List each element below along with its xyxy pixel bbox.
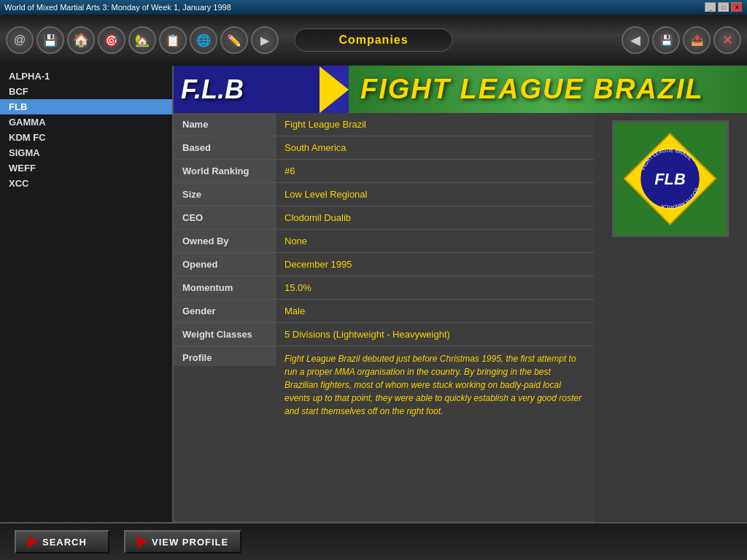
profile-label: Profile xyxy=(174,346,276,366)
opened-row: Opened December 1995 xyxy=(174,253,594,276)
minimize-button[interactable]: _ xyxy=(705,2,716,12)
momentum-value: 15.0% xyxy=(276,276,594,299)
window-title: World of Mixed Martial Arts 3: Monday of… xyxy=(4,3,705,12)
sidebar-item-weff[interactable]: WEFF xyxy=(0,160,172,176)
profile-row: Profile Fight League Brazil debuted just… xyxy=(174,346,594,522)
back-button[interactable]: ◀ xyxy=(622,26,649,54)
svg-text:FLB: FLB xyxy=(654,169,685,187)
weight-value: 5 Divisions (Lightweight - Heavyweight) xyxy=(276,323,594,346)
search-button[interactable]: SEARCH xyxy=(15,530,109,553)
play-icon[interactable]: ▶ xyxy=(251,26,279,54)
gender-row: Gender Male xyxy=(174,300,594,323)
view-profile-btn-icon xyxy=(137,536,147,548)
sidebar-item-alpha1[interactable]: ALPHA-1 xyxy=(0,69,172,84)
globe-icon[interactable]: 🌐 xyxy=(190,26,217,54)
view-profile-button[interactable]: VIEW PROFILE xyxy=(124,530,241,553)
main-content: ALPHA-1 BCF FLB GAMMA KDM FC SIGMA WEFF … xyxy=(0,66,747,522)
ranking-value: #6 xyxy=(276,160,594,182)
size-value: Low Level Regional xyxy=(276,183,594,206)
ceo-label: CEO xyxy=(174,206,276,229)
house-icon[interactable]: 🏡 xyxy=(128,26,156,54)
opened-value: December 1995 xyxy=(276,253,594,276)
toolbar-icons: @ 💾 🏠 🎯 🏡 📋 🌐 ✏️ ▶ xyxy=(6,26,279,54)
owned-label: Owned By xyxy=(174,230,276,252)
sidebar-item-kdmfc[interactable]: KDM FC xyxy=(0,130,172,145)
name-row: Name Fight League Brazil xyxy=(174,113,594,136)
opened-label: Opened xyxy=(174,253,276,276)
sidebar-item-sigma[interactable]: SIGMA xyxy=(0,145,172,160)
save-icon[interactable]: 💾 xyxy=(36,26,64,54)
ceo-row: CEO Clodomil Dualib xyxy=(174,206,594,230)
owned-row: Owned By None xyxy=(174,230,594,253)
momentum-label: Momentum xyxy=(174,276,276,299)
momentum-row: Momentum 15.0% xyxy=(174,276,594,300)
ranking-row: World Ranking #6 xyxy=(174,160,594,183)
sidebar: ALPHA-1 BCF FLB GAMMA KDM FC SIGMA WEFF … xyxy=(0,66,174,522)
mail-icon[interactable]: @ xyxy=(6,26,34,54)
title-bar: World of Mixed Martial Arts 3: Monday of… xyxy=(0,0,747,15)
right-nav: ◀ 💾 📤 ✕ xyxy=(622,26,741,54)
size-row: Size Low Level Regional xyxy=(174,183,594,206)
target-icon[interactable]: 🎯 xyxy=(98,26,125,54)
owned-value: None xyxy=(276,230,594,252)
based-label: Based xyxy=(174,136,276,159)
edit-icon[interactable]: ✏️ xyxy=(220,26,248,54)
search-btn-icon xyxy=(28,536,38,548)
maximize-button[interactable]: □ xyxy=(718,2,729,12)
x-close-button[interactable]: ✕ xyxy=(713,26,741,54)
clipboard-icon[interactable]: 📋 xyxy=(159,26,187,54)
based-row: Based South America xyxy=(174,136,594,160)
info-left: Name Fight League Brazil Based South Ame… xyxy=(174,113,594,522)
search-button-label: SEARCH xyxy=(42,537,87,548)
flb-arrow-icon xyxy=(320,66,349,113)
window-controls[interactable]: _ □ ✕ xyxy=(705,2,743,12)
toolbar: @ 💾 🏠 🎯 🏡 📋 🌐 ✏️ ▶ Companies ◀ 💾 📤 ✕ xyxy=(0,15,747,66)
disk-button[interactable]: 💾 xyxy=(652,26,680,54)
content-panel: F.L.B FIGHT LEAGUE BRAZIL Name Fight Lea… xyxy=(174,66,747,522)
size-label: Size xyxy=(174,183,276,206)
info-table: Name Fight League Brazil Based South Ame… xyxy=(174,113,747,522)
sidebar-item-gamma[interactable]: GAMMA xyxy=(0,114,172,130)
based-value: South America xyxy=(276,136,594,159)
weight-row: Weight Classes 5 Divisions (Lightweight … xyxy=(174,323,594,346)
view-profile-button-label: VIEW PROFILE xyxy=(152,537,228,548)
share-button[interactable]: 📤 xyxy=(683,26,711,54)
gender-label: Gender xyxy=(174,300,276,322)
flb-logo-text: F.L.B xyxy=(181,74,244,105)
ranking-label: World Ranking xyxy=(174,160,276,182)
sidebar-item-bcf[interactable]: BCF xyxy=(0,84,172,99)
gender-value: Male xyxy=(276,300,594,322)
flb-badge-svg: FLB FIGHT LEAGUE BRAZIL SOUTH AMERICA xyxy=(614,122,727,236)
sidebar-item-xcc[interactable]: XCC xyxy=(0,176,172,191)
close-button[interactable]: ✕ xyxy=(731,2,743,12)
flb-header: F.L.B FIGHT LEAGUE BRAZIL xyxy=(174,66,747,113)
home-icon[interactable]: 🏠 xyxy=(67,26,95,54)
bottom-bar: SEARCH VIEW PROFILE xyxy=(0,522,747,560)
name-value: Fight League Brazil xyxy=(276,113,594,136)
profile-value: Fight League Brazil debuted just before … xyxy=(276,346,594,421)
info-right: FLB FIGHT LEAGUE BRAZIL SOUTH AMERICA xyxy=(594,113,747,522)
weight-label: Weight Classes xyxy=(174,323,276,346)
flb-logo-box: F.L.B xyxy=(174,66,320,113)
sidebar-item-flb[interactable]: FLB xyxy=(0,99,172,114)
flb-badge: FLB FIGHT LEAGUE BRAZIL SOUTH AMERICA xyxy=(612,120,729,237)
ceo-value: Clodomil Dualib xyxy=(276,206,594,229)
name-label: Name xyxy=(174,113,276,136)
flb-title: FIGHT LEAGUE BRAZIL xyxy=(349,66,747,113)
center-title: Companies xyxy=(294,28,452,52)
